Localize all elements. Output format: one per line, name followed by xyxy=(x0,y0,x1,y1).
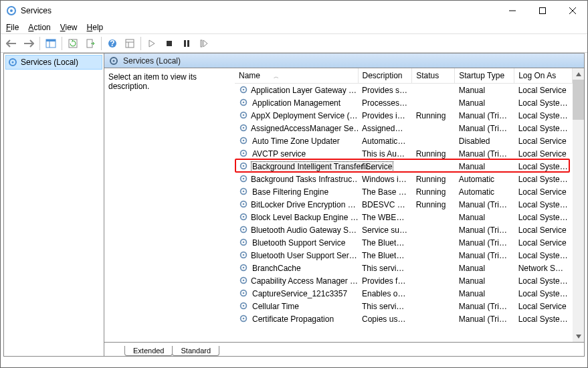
cell-startup: Manual xyxy=(455,96,514,109)
cell-status xyxy=(412,312,455,325)
cell-status: Running xyxy=(412,147,455,160)
cell-description: The WBENG… xyxy=(358,211,412,223)
cell-startup: Manual xyxy=(455,262,514,274)
services-icon xyxy=(6,5,17,16)
col-description[interactable]: Description xyxy=(358,68,412,84)
tree-item-services-local[interactable]: Services (Local) xyxy=(5,55,102,70)
menu-help[interactable]: Help xyxy=(87,23,104,32)
service-row[interactable]: Block Level Backup Engine …The WBENG…Man… xyxy=(235,211,573,223)
cell-logon: Local Service xyxy=(514,147,573,160)
cell-startup: Disabled xyxy=(455,134,514,147)
minimize-button[interactable] xyxy=(497,1,527,21)
cell-startup: Manual (Trig… xyxy=(455,236,514,249)
export-button[interactable] xyxy=(82,35,98,52)
gear-icon xyxy=(239,174,248,185)
help-button[interactable]: ? xyxy=(104,35,120,52)
menu-file[interactable]: File xyxy=(6,23,19,32)
cell-description: This service … xyxy=(358,262,412,274)
tree-item-label: Services (Local) xyxy=(21,58,78,67)
service-row[interactable]: AssignedAccessManager Se…AssignedAc…Manu… xyxy=(235,122,573,134)
svg-point-49 xyxy=(243,241,245,243)
cell-name: Bluetooth Support Service xyxy=(235,236,358,249)
pause-service-button[interactable] xyxy=(179,35,195,52)
cell-status xyxy=(412,262,455,274)
cell-name: Capability Access Manager … xyxy=(235,274,358,287)
start-service-button[interactable] xyxy=(144,35,160,52)
col-status[interactable]: Status xyxy=(412,68,455,84)
cell-description: Copies user … xyxy=(358,312,412,325)
cell-logon: Network S… xyxy=(514,262,573,274)
back-button[interactable] xyxy=(3,35,19,52)
service-row[interactable]: Certificate PropagationCopies user …Manu… xyxy=(235,312,573,325)
scroll-thumb[interactable] xyxy=(573,80,584,120)
menubar: File Action View Help xyxy=(1,21,587,34)
service-row[interactable]: Bluetooth Support ServiceThe Bluetoo…Man… xyxy=(235,236,573,249)
service-row[interactable]: Base Filtering EngineThe Base Fil…Runnin… xyxy=(235,185,573,198)
gear-icon xyxy=(239,263,250,274)
cell-logon: Local Syste… xyxy=(514,287,573,300)
cell-startup: Manual xyxy=(455,211,514,223)
close-button[interactable] xyxy=(557,1,587,21)
show-hide-tree-button[interactable] xyxy=(43,35,59,52)
cell-startup: Automatic xyxy=(455,185,514,198)
scroll-down-icon[interactable] xyxy=(573,331,584,342)
service-row[interactable]: Application Layer Gateway …Provides su…M… xyxy=(235,84,573,97)
cell-logon: Local Syste… xyxy=(514,122,573,134)
service-row[interactable]: Capability Access Manager …Provides fac…… xyxy=(235,274,573,287)
cell-logon: Local Syste… xyxy=(514,109,573,122)
service-row[interactable]: Bluetooth Audio Gateway S…Service sup…Ma… xyxy=(235,223,573,236)
gear-icon xyxy=(239,136,250,147)
vertical-scrollbar[interactable] xyxy=(573,68,584,342)
scroll-up-icon[interactable] xyxy=(573,68,584,80)
menu-view[interactable]: View xyxy=(60,23,78,32)
cell-status: Running xyxy=(412,173,455,185)
service-row[interactable]: CaptureService_121c3357Enables opti…Manu… xyxy=(235,287,573,300)
tab-extended[interactable]: Extended xyxy=(124,346,173,356)
cell-logon: Local Service xyxy=(514,300,573,312)
service-row[interactable]: Background Tasks Infrastruc…Windows in…R… xyxy=(235,173,573,185)
svg-point-23 xyxy=(113,60,115,62)
cell-name: Base Filtering Engine xyxy=(235,185,358,198)
service-row[interactable]: Auto Time Zone UpdaterAutomatica…Disable… xyxy=(235,134,573,147)
cell-startup: Manual xyxy=(455,84,514,97)
cell-description: The Base Fil… xyxy=(358,185,412,198)
gear-icon xyxy=(239,187,250,197)
service-row[interactable]: Background Intelligent Transfer Servicef… xyxy=(235,160,573,173)
service-row[interactable]: AppX Deployment Service (…Provides inf…R… xyxy=(235,109,573,122)
cell-status xyxy=(412,274,455,287)
forward-button[interactable] xyxy=(21,35,37,52)
maximize-button[interactable] xyxy=(527,1,557,21)
main-pane: Services (Local) Select an item to view … xyxy=(104,54,584,356)
cell-name: Application Layer Gateway … xyxy=(235,84,358,96)
svg-text:?: ? xyxy=(110,39,114,48)
cell-status: Running xyxy=(412,198,455,211)
service-row[interactable]: BitLocker Drive Encryption …BDESVC hos…R… xyxy=(235,198,573,211)
col-logon[interactable]: Log On As xyxy=(514,68,573,84)
restart-service-button[interactable] xyxy=(196,35,212,52)
titlebar: Services xyxy=(1,1,587,21)
gear-icon xyxy=(239,123,248,134)
svg-rect-3 xyxy=(539,8,545,14)
cell-startup: Manual (Trig… xyxy=(455,147,514,160)
cell-description: The Bluetoo… xyxy=(358,249,412,262)
svg-rect-7 xyxy=(46,39,56,41)
svg-point-47 xyxy=(243,228,245,230)
service-row[interactable]: Application ManagementProcesses in…Manua… xyxy=(235,96,573,109)
tab-standard[interactable]: Standard xyxy=(172,346,219,356)
menu-action[interactable]: Action xyxy=(28,23,50,32)
cell-logon: Local Syste… xyxy=(514,211,573,223)
stop-service-button[interactable] xyxy=(161,35,177,52)
cell-status xyxy=(412,160,455,173)
service-row[interactable]: Bluetooth User Support Ser…The Bluetoo…M… xyxy=(235,249,573,262)
service-row[interactable]: BranchCacheThis service …ManualNetwork S… xyxy=(235,262,573,274)
cell-logon: Local Syste… xyxy=(514,249,573,262)
properties-button[interactable] xyxy=(122,35,138,52)
col-name[interactable]: Name︿ xyxy=(235,68,358,84)
col-startup[interactable]: Startup Type xyxy=(455,68,514,84)
refresh-button[interactable] xyxy=(65,35,81,52)
cell-name: Application Management xyxy=(235,96,358,109)
service-row[interactable]: AVCTP serviceThis is Audi…RunningManual … xyxy=(235,147,573,160)
cell-status xyxy=(412,134,455,147)
gear-icon xyxy=(239,98,250,108)
service-row[interactable]: Cellular TimeThis service …Manual (Trig…… xyxy=(235,300,573,312)
